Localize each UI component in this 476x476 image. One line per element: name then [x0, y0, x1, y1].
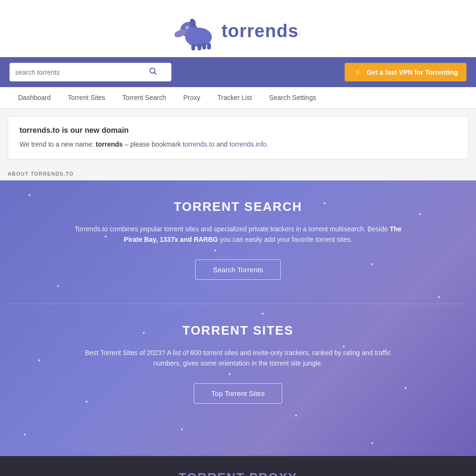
vpn-button-label: Get a fast VPN for Torrenting — [367, 69, 458, 76]
torrent-proxy-heading: TORRENT PROXY — [10, 470, 466, 476]
notice-prefix: We trend to a new name: — [20, 140, 96, 148]
nav-item-search-settings[interactable]: Search Settings — [260, 87, 325, 108]
nav-bar: Dashboard Torrent Sites Torrent Search P… — [0, 87, 476, 109]
notice-text: We trend to a new name: torrends – pleas… — [20, 139, 456, 149]
search-input[interactable] — [15, 69, 149, 76]
decorative-star — [86, 401, 88, 403]
svg-point-4 — [187, 27, 188, 29]
search-bar: ⚡ Get a fast VPN for Torrenting — [0, 57, 476, 87]
decorative-star — [105, 236, 107, 238]
svg-rect-8 — [202, 43, 206, 50]
main-banner: TORRENT SEARCH Torrends.to combines popu… — [0, 180, 476, 456]
decorative-star — [371, 263, 373, 265]
logo-text-wrap: torrends· — [221, 21, 301, 41]
svg-point-10 — [150, 68, 155, 73]
decorative-star — [57, 285, 59, 287]
search-input-wrap — [10, 63, 171, 81]
search-icon — [149, 67, 157, 75]
decorative-star — [371, 442, 373, 444]
logo-dots: · — [298, 29, 301, 39]
dark-section: TORRENT PROXY — [0, 456, 476, 476]
notice-title: torrends.to is our new domain — [20, 126, 456, 135]
about-label: ABOUT TORRENDS.TO — [0, 167, 476, 180]
notice-link-1[interactable]: torrends.to — [183, 140, 215, 148]
logo-area: torrends· — [0, 0, 476, 57]
ts-desc-1: Torrends.to combines popular torrent sit… — [74, 225, 389, 233]
decorative-star — [262, 313, 264, 315]
svg-rect-9 — [207, 43, 211, 50]
torrent-search-section: TORRENT SEARCH Torrends.to combines popu… — [10, 199, 466, 304]
torrent-sites-desc: Best Torrent Sites of 2023? A list of 60… — [71, 347, 405, 369]
torrent-sites-section: TORRENT SITES Best Torrent Sites of 2023… — [10, 323, 466, 427]
search-torrents-button[interactable]: Search Torrents — [195, 259, 281, 280]
nav-item-tracker-list[interactable]: Tracker List — [209, 87, 261, 108]
logo-container: torrends· — [175, 10, 301, 52]
ts-desc-2: you can easily add your favorite torrent… — [218, 236, 352, 243]
decorative-star — [214, 249, 216, 251]
decorative-star — [228, 373, 230, 375]
logo-text: torrends — [221, 21, 298, 41]
decorative-star — [295, 415, 297, 416]
decorative-star — [181, 428, 183, 430]
decorative-star — [24, 434, 26, 436]
lightning-icon: ⚡ — [353, 68, 363, 77]
notice-middle: – please bookmark — [123, 140, 183, 148]
svg-rect-6 — [191, 44, 195, 50]
torrent-search-desc: Torrends.to combines popular torrent sit… — [71, 224, 405, 245]
svg-line-11 — [154, 72, 156, 74]
notice-brand: torrends — [96, 140, 123, 148]
nav-item-dashboard[interactable]: Dashboard — [10, 87, 60, 108]
top-torrent-sites-button[interactable]: Top Torrent Sites — [194, 383, 282, 404]
decorative-star — [405, 387, 407, 389]
decorative-star — [438, 296, 440, 298]
svg-rect-7 — [198, 44, 201, 50]
search-submit-button[interactable] — [149, 67, 157, 78]
notice-box: torrends.to is our new domain We trend t… — [8, 116, 468, 159]
torrent-search-heading: TORRENT SEARCH — [10, 199, 466, 214]
notice-link-2[interactable]: torrends.info — [229, 140, 267, 148]
nav-item-torrent-sites[interactable]: Torrent Sites — [60, 87, 114, 108]
nav-item-torrent-search[interactable]: Torrent Search — [114, 87, 175, 108]
torrent-sites-heading: TORRENT SITES — [10, 323, 466, 338]
decorative-star — [29, 194, 30, 196]
site-logo-icon — [175, 10, 218, 52]
nav-item-proxy[interactable]: Proxy — [175, 87, 209, 108]
notice-end: . — [267, 140, 268, 148]
notice-and: and — [215, 140, 229, 148]
section-divider-1 — [10, 304, 466, 304]
vpn-button[interactable]: ⚡ Get a fast VPN for Torrenting — [345, 63, 466, 81]
